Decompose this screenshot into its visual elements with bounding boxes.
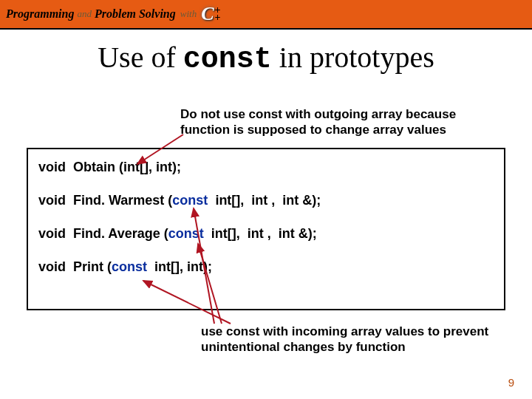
code-text: int[], int); (147, 259, 212, 274)
plus-icon: + (215, 14, 221, 21)
code-text: int[], int , int &); (208, 193, 321, 208)
title-keyword: const (183, 43, 272, 76)
prototype-print: void Print (const int[], int); (38, 259, 494, 275)
const-keyword: const (172, 193, 208, 208)
code-text: void Find. Average ( (38, 226, 168, 241)
cpp-c-glyph: C (201, 3, 214, 25)
page-number: 9 (508, 376, 514, 389)
code-box: void Obtain (int[], int); void Find. War… (27, 148, 505, 310)
logo-text-and: and (77, 8, 92, 20)
annotation-top: Do not use const with outgoing array bec… (180, 106, 505, 138)
slide: Programming and Problem Solving with C +… (0, 0, 532, 399)
cpp-plus-stack: + + (214, 7, 221, 21)
code-text: void Print ( (38, 259, 112, 274)
const-keyword: const (168, 226, 204, 241)
title-pre: Use of (98, 41, 183, 74)
code-text: void Find. Warmest ( (38, 193, 172, 208)
logo-text-with: with (180, 8, 197, 20)
prototype-findaverage: void Find. Average (const int[], int , i… (38, 226, 494, 242)
annotation-bottom: use const with incoming array values to … (201, 324, 519, 355)
const-keyword: const (112, 259, 147, 274)
prototype-findwarmest: void Find. Warmest (const int[], int , i… (38, 193, 494, 208)
slide-title: Use of const in prototypes (0, 40, 532, 76)
cpp-logo: C + + (201, 3, 220, 25)
logo-text-problem-solving: Problem Solving (95, 7, 176, 21)
header-divider (0, 28, 532, 30)
book-logo: Programming and Problem Solving with C +… (6, 3, 220, 25)
prototype-obtain: void Obtain (int[], int); (38, 160, 494, 175)
logo-text-programming: Programming (6, 7, 74, 21)
code-text: int[], int , int &); (204, 226, 317, 241)
title-post: in prototypes (272, 41, 434, 74)
code-text: void Obtain (int[], int); (38, 160, 181, 174)
